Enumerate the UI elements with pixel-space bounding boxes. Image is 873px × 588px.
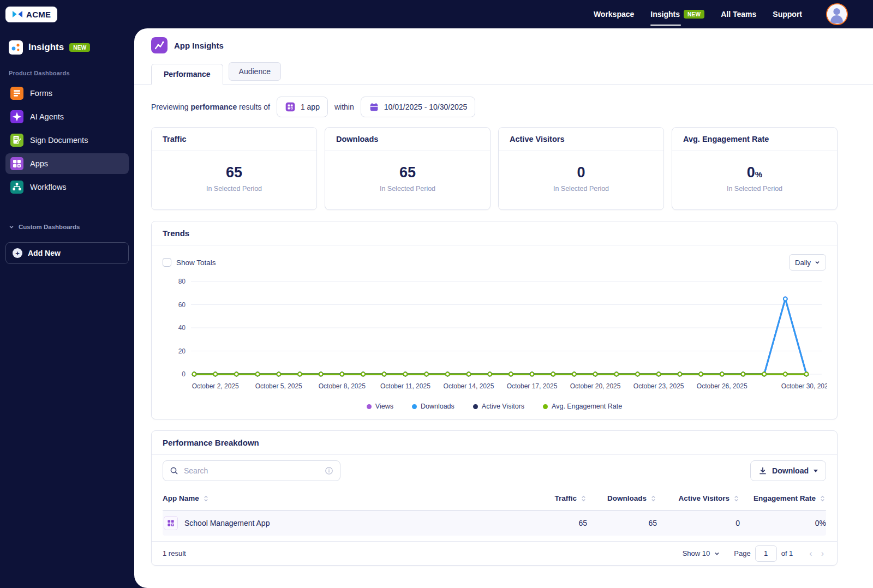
page-of-label: of 1 [781,549,793,557]
metric-card-traffic: Traffic 65 In Selected Period [151,127,317,210]
column-header-downloads[interactable]: Downloads [587,494,657,502]
calendar-icon [369,102,379,112]
tab-audience[interactable]: Audience [229,62,281,81]
sidebar-item-ai-agents[interactable]: AI Agents [5,106,129,127]
column-header-active-visitors[interactable]: Active Visitors [657,494,740,502]
top-navigation: Workspace Insights NEW All Teams Support [594,3,848,25]
table-header-row: App Name Traffic Downloads Active Visito… [163,487,826,511]
app-selector-button[interactable]: 1 app [277,97,328,117]
show-totals-checkbox[interactable] [163,258,171,267]
svg-text:October 30, 2025: October 30, 2025 [781,382,827,390]
table-row[interactable]: School Management App 65 65 0 0% [163,511,826,536]
metric-card-active-visitors: Active Visitors 0 In Selected Period [498,127,664,210]
trends-title: Trends [152,221,837,245]
svg-text:October 23, 2025: October 23, 2025 [633,382,684,390]
metric-caption: In Selected Period [325,185,490,193]
acme-logo[interactable]: ACME [5,7,57,22]
legend-item[interactable]: Downloads [412,403,455,410]
search-box [163,460,340,481]
metric-value: 0 [747,164,755,181]
add-new-button[interactable]: + Add New [5,242,129,264]
topnav-item-support[interactable]: Support [773,10,802,19]
sort-icon [580,495,587,502]
svg-text:0: 0 [182,370,186,378]
legend-item[interactable]: Active Visitors [473,403,524,410]
column-header-engagement-rate[interactable]: Engagement Rate [740,494,826,502]
sidebar-item-workflows[interactable]: Workflows [5,177,129,197]
next-page-button[interactable]: › [819,549,826,559]
sidebar-product-title: Insights NEW [9,40,129,55]
legend-label: Views [375,403,393,410]
sidebar-item-sign-documents[interactable]: Sign Documents [5,130,129,151]
svg-text:60: 60 [178,301,186,309]
performance-breakdown-card: Performance Breakdown [151,430,838,566]
metric-title: Avg. Engagement Rate [672,128,837,151]
column-header-traffic[interactable]: Traffic [524,494,587,502]
info-icon[interactable] [325,466,333,475]
legend-item[interactable]: Views [367,403,393,410]
page-label: Page [734,549,750,557]
metric-value: 65 [226,164,242,181]
sidebar-item-forms[interactable]: Forms [5,83,129,104]
legend-dot [412,404,417,409]
caret-down-icon [814,470,818,472]
page-header: App Insights [151,37,873,53]
legend-dot [543,404,548,409]
search-input[interactable] [184,466,319,475]
topnav-item-workspace[interactable]: Workspace [594,10,634,19]
chart-legend: ViewsDownloadsActive VisitorsAvg. Engage… [152,400,837,419]
legend-label: Active Visitors [482,403,524,410]
topnav-item-all-teams[interactable]: All Teams [721,10,756,19]
svg-text:October 5, 2025: October 5, 2025 [255,382,302,390]
svg-text:October 11, 2025: October 11, 2025 [380,382,430,390]
interval-select[interactable]: Daily [789,254,826,271]
user-avatar[interactable] [826,3,848,25]
new-badge: NEW [69,43,90,52]
sidebar-item-apps[interactable]: Apps [5,153,129,174]
results-count: 1 result [163,549,186,557]
column-header-app-name[interactable]: App Name [163,494,524,502]
workflows-icon [10,181,23,194]
main-panel: App Insights Performance Audience Previe… [134,28,873,588]
page-number-input[interactable] [755,545,777,562]
avatar-person-icon [827,4,846,23]
topnav-item-insights[interactable]: Insights NEW [650,10,704,19]
row-engagement-rate-value: 0% [740,519,826,527]
breakdown-title: Performance Breakdown [152,431,837,455]
sign-documents-icon [10,134,23,147]
acme-logo-icon [12,10,23,18]
legend-label: Downloads [421,403,455,410]
chevron-down-icon [9,224,14,230]
page-size-select[interactable]: Show 10 [683,549,720,557]
metric-title: Traffic [152,128,316,151]
app-grid-icon [285,101,296,112]
ai-agents-icon [10,110,23,123]
forms-icon [10,87,23,100]
download-button[interactable]: Download [750,460,826,481]
metric-card-downloads: Downloads 65 In Selected Period [325,127,491,210]
trends-chart[interactable]: 020406080October 2, 2025October 5, 2025O… [163,274,827,400]
legend-dot [367,404,372,409]
svg-text:October 14, 2025: October 14, 2025 [444,382,494,390]
legend-item[interactable]: Avg. Engagement Rate [543,403,622,410]
metric-value: 65 [399,164,416,181]
sort-icon [733,495,740,502]
date-range-button[interactable]: 10/01/2025 - 10/30/2025 [361,97,476,117]
row-app-icon [164,516,178,530]
sort-icon [819,495,826,502]
svg-text:20: 20 [178,347,186,355]
metric-value: 0 [577,164,585,181]
search-icon [170,466,178,475]
row-downloads-value: 65 [587,519,657,527]
trends-card: Trends Show Totals Daily 020406080Octobe… [151,221,838,419]
sidebar-section-label: Product Dashboards [9,70,129,76]
show-totals: Show Totals [163,258,216,267]
custom-dashboards-toggle[interactable]: Custom Dashboards [9,224,129,230]
sidebar-items: Forms AI Agents [5,83,129,197]
previous-page-button[interactable]: ‹ [807,549,814,559]
page-title: App Insights [174,41,224,50]
svg-text:40: 40 [178,324,186,332]
within-label: within [334,103,354,111]
svg-text:October 20, 2025: October 20, 2025 [570,382,621,390]
tab-performance[interactable]: Performance [151,64,223,85]
